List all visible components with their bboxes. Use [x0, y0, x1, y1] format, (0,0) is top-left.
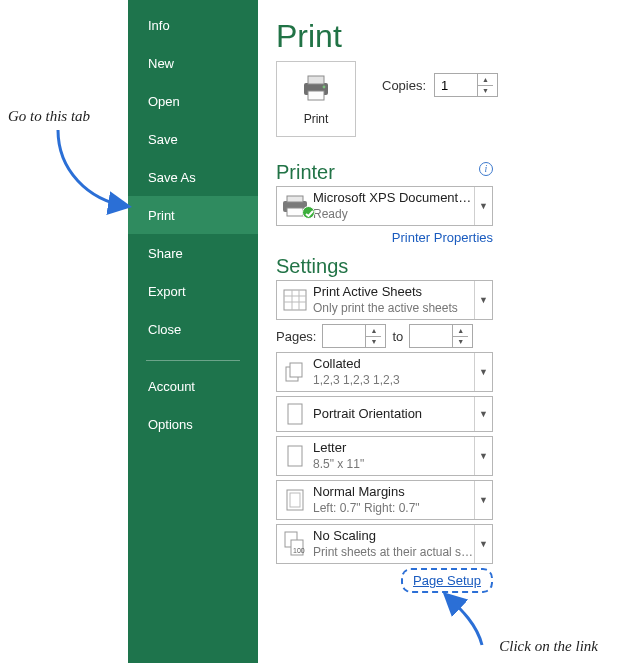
combo-title: Portrait Orientation: [313, 406, 474, 422]
copies-down[interactable]: ▼: [478, 86, 493, 97]
sidebar-item-account[interactable]: Account: [128, 367, 258, 405]
page-setup-highlight: Page Setup: [401, 568, 493, 593]
svg-rect-1: [308, 76, 324, 84]
svg-rect-2: [308, 91, 324, 100]
collated-icon: [277, 360, 313, 384]
margins-selector[interactable]: Normal Margins Left: 0.7" Right: 0.7" ▼: [276, 480, 493, 520]
sidebar-item-label: Options: [148, 417, 193, 432]
pages-from-input[interactable]: [323, 325, 365, 347]
sidebar-item-save[interactable]: Save: [128, 120, 258, 158]
sidebar-item-options[interactable]: Options: [128, 405, 258, 443]
sidebar-item-new[interactable]: New: [128, 44, 258, 82]
sidebar-item-label: Share: [148, 246, 183, 261]
sidebar-item-label: Print: [148, 208, 175, 223]
svg-rect-6: [287, 208, 303, 216]
combo-sub: 8.5" x 11": [313, 457, 474, 472]
up-icon[interactable]: ▲: [453, 325, 468, 337]
combo-title: Letter: [313, 440, 474, 456]
print-button-label: Print: [304, 112, 329, 126]
sidebar-item-label: Account: [148, 379, 195, 394]
sidebar-item-label: Save As: [148, 170, 196, 185]
sidebar-item-info[interactable]: Info: [128, 6, 258, 44]
pages-to-input[interactable]: [410, 325, 452, 347]
combo-sub: 1,2,3 1,2,3 1,2,3: [313, 373, 474, 388]
settings-heading: Settings: [276, 255, 640, 278]
copies-stepper[interactable]: ▲ ▼: [434, 73, 498, 97]
svg-text:100: 100: [293, 547, 305, 554]
chevron-down-icon[interactable]: ▼: [474, 481, 492, 519]
collate-selector[interactable]: Collated 1,2,3 1,2,3 1,2,3 ▼: [276, 352, 493, 392]
printer-status: Ready: [313, 207, 474, 222]
print-page-content: Print Print Copies: ▲ ▼: [258, 0, 640, 663]
down-icon[interactable]: ▼: [453, 337, 468, 348]
sidebar-item-label: New: [148, 56, 174, 71]
backstage-sidebar: Info New Open Save Save As Print Share E…: [128, 0, 258, 663]
printer-heading: Printer: [276, 161, 335, 184]
sidebar-item-label: Info: [148, 18, 170, 33]
sidebar-item-label: Open: [148, 94, 180, 109]
svg-point-3: [323, 85, 326, 88]
svg-rect-14: [288, 404, 302, 424]
combo-title: Normal Margins: [313, 484, 474, 500]
pages-row: Pages: ▲▼ to ▲▼: [276, 324, 493, 348]
printer-device-icon: [277, 195, 313, 217]
sidebar-item-close[interactable]: Close: [128, 310, 258, 348]
sidebar-divider: [146, 360, 240, 361]
copies-up[interactable]: ▲: [478, 74, 493, 86]
copies-group: Copies: ▲ ▼: [382, 73, 498, 97]
combo-sub: Only print the active sheets: [313, 301, 474, 316]
printer-icon: [298, 73, 334, 106]
pages-to-label: to: [392, 329, 403, 344]
up-icon[interactable]: ▲: [366, 325, 381, 337]
orientation-selector[interactable]: Portrait Orientation ▼: [276, 396, 493, 432]
sidebar-item-print[interactable]: Print: [128, 196, 258, 234]
chevron-down-icon[interactable]: ▼: [474, 397, 492, 431]
printer-name: Microsoft XPS Document W…: [313, 190, 474, 206]
pages-to-stepper[interactable]: ▲▼: [409, 324, 473, 348]
sidebar-item-share[interactable]: Share: [128, 234, 258, 272]
chevron-down-icon[interactable]: ▼: [474, 353, 492, 391]
annotation-tab-hint: Go to this tab: [8, 108, 90, 125]
sidebar-item-save-as[interactable]: Save As: [128, 158, 258, 196]
status-ready-icon: [302, 206, 315, 219]
sidebar-item-label: Save: [148, 132, 178, 147]
combo-title: No Scaling: [313, 528, 474, 544]
info-icon[interactable]: i: [479, 162, 493, 176]
chevron-down-icon[interactable]: ▼: [474, 437, 492, 475]
svg-rect-15: [288, 446, 302, 466]
copies-input[interactable]: [435, 74, 477, 96]
combo-sub: Left: 0.7" Right: 0.7": [313, 501, 474, 516]
svg-rect-13: [290, 363, 302, 377]
scaling-selector[interactable]: 100 No Scaling Print sheets at their act…: [276, 524, 493, 564]
combo-sub: Print sheets at their actual size: [313, 545, 474, 560]
portrait-icon: [277, 403, 313, 425]
paper-size-selector[interactable]: Letter 8.5" x 11" ▼: [276, 436, 493, 476]
printer-properties-link[interactable]: Printer Properties: [392, 230, 493, 245]
pages-from-stepper[interactable]: ▲▼: [322, 324, 386, 348]
active-sheets-icon: [277, 289, 313, 311]
printer-selector[interactable]: Microsoft XPS Document W… Ready ▼: [276, 186, 493, 226]
margins-icon: [277, 489, 313, 511]
print-button[interactable]: Print: [276, 61, 356, 137]
sidebar-item-open[interactable]: Open: [128, 82, 258, 120]
chevron-down-icon[interactable]: ▼: [474, 187, 492, 225]
sidebar-item-export[interactable]: Export: [128, 272, 258, 310]
down-icon[interactable]: ▼: [366, 337, 381, 348]
sidebar-item-label: Export: [148, 284, 186, 299]
copies-label: Copies:: [382, 78, 426, 93]
svg-rect-5: [287, 196, 303, 202]
sidebar-item-label: Close: [148, 322, 181, 337]
svg-rect-7: [284, 290, 306, 310]
page-title: Print: [276, 18, 640, 55]
combo-title: Print Active Sheets: [313, 284, 474, 300]
print-scope-selector[interactable]: Print Active Sheets Only print the activ…: [276, 280, 493, 320]
page-setup-link[interactable]: Page Setup: [413, 573, 481, 588]
chevron-down-icon[interactable]: ▼: [474, 281, 492, 319]
annotation-link-hint: Click on the link: [499, 638, 598, 655]
pages-label: Pages:: [276, 329, 316, 344]
combo-title: Collated: [313, 356, 474, 372]
chevron-down-icon[interactable]: ▼: [474, 525, 492, 563]
scaling-icon: 100: [277, 531, 313, 557]
paper-icon: [277, 445, 313, 467]
